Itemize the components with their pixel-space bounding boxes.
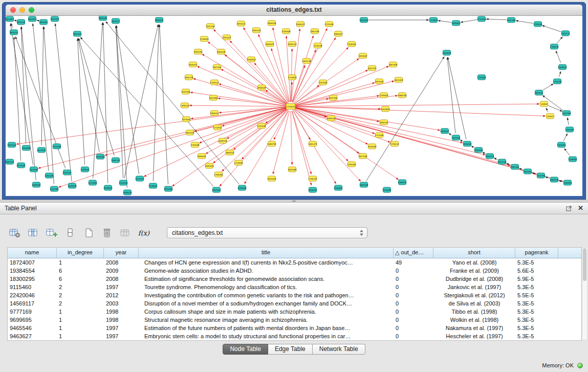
graph-node[interactable]: 1537844 <box>181 89 190 94</box>
graph-node[interactable]: 1853461 <box>523 169 532 174</box>
memory-indicator[interactable] <box>577 363 583 368</box>
graph-node[interactable]: 1932260 <box>193 49 203 54</box>
graph-node[interactable]: 1658720 <box>218 138 227 143</box>
graph-edge[interactable] <box>14 37 21 161</box>
graph-node[interactable]: 1910427 <box>222 35 231 40</box>
graph-edge[interactable] <box>293 28 327 102</box>
graph-node[interactable]: 2068314 <box>398 180 407 185</box>
graph-edge[interactable] <box>295 83 375 105</box>
graph-edge[interactable] <box>41 27 43 145</box>
graph-node[interactable]: 1711852 <box>213 125 222 130</box>
graph-node[interactable]: 1680873 <box>265 41 274 47</box>
graph-edge[interactable] <box>78 38 85 165</box>
graph-node[interactable]: 1880415 <box>225 150 234 155</box>
graph-node[interactable]: 1918402 <box>247 57 256 62</box>
graph-node[interactable]: 1704239 <box>313 43 322 48</box>
graph-node[interactable]: 1841073 <box>308 141 317 146</box>
graph-edge[interactable] <box>37 20 39 20</box>
graph-node[interactable]: 1893021 <box>210 111 219 116</box>
graph-edge[interactable] <box>295 108 375 134</box>
graph-node[interactable]: 2009853 <box>103 185 113 190</box>
graph-node[interactable]: 2164583 <box>96 154 105 159</box>
table-scrollbar[interactable] <box>582 247 587 340</box>
table-select-combo[interactable]: citations_edges.txt <box>167 227 367 238</box>
graph-node[interactable]: 1725384 <box>477 75 486 80</box>
zoom-window-icon[interactable] <box>29 7 34 13</box>
graph-node[interactable]: 1852194 <box>310 29 319 34</box>
graph-node[interactable]: 1691524 <box>252 28 261 33</box>
graph-node[interactable]: 890365 <box>40 19 48 25</box>
graph-node[interactable]: 875124 <box>17 19 25 25</box>
graph-node[interactable]: 1789123 <box>180 103 189 108</box>
graph-edge[interactable] <box>227 108 287 139</box>
graph-edge[interactable] <box>44 27 54 184</box>
graph-node[interactable]: 1652480 <box>288 167 297 172</box>
graph-edge[interactable] <box>557 37 562 43</box>
graph-edge[interactable] <box>293 111 336 184</box>
graph-edge[interactable] <box>294 110 361 182</box>
graph-node[interactable]: 1710284 <box>477 16 486 21</box>
graph-edge[interactable] <box>447 57 455 133</box>
graph-edge[interactable] <box>11 24 13 28</box>
graph-node[interactable]: 1766284 <box>214 172 223 177</box>
graph-node[interactable]: 1834058 <box>474 147 483 152</box>
graph-node[interactable]: 2068341 <box>32 182 41 187</box>
graph-node[interactable]: 1770825 <box>288 75 297 80</box>
graph-edge[interactable] <box>80 37 213 187</box>
graph-node[interactable]: 2016253 <box>62 170 72 175</box>
graph-edge[interactable] <box>189 105 286 106</box>
graph-node[interactable]: 1601423 <box>394 77 403 82</box>
graph-node[interactable]: 2094175 <box>6 159 14 164</box>
graph-edge[interactable] <box>294 85 319 103</box>
function-builder-button[interactable]: f(x) <box>137 227 150 239</box>
graph-node[interactable]: 1609532 <box>558 64 567 70</box>
graph-edge[interactable] <box>295 107 440 130</box>
column-header-year[interactable]: year <box>104 248 139 258</box>
graph-edge[interactable] <box>292 65 305 102</box>
graph-node[interactable]: 920481 <box>6 16 14 21</box>
graph-edge[interactable] <box>448 57 466 139</box>
graph-node[interactable]: 1683792 <box>267 141 276 146</box>
graph-edge[interactable] <box>116 26 123 178</box>
graph-node[interactable]: 1652134 <box>302 58 311 63</box>
new-table-button[interactable] <box>82 227 95 239</box>
graph-node[interactable]: 1726514 <box>390 141 399 146</box>
graph-node[interactable]: 1746192 <box>308 176 317 181</box>
graph-node[interactable]: 1934850 <box>563 180 572 185</box>
graph-node[interactable]: 1987302 <box>510 164 519 169</box>
column-header-title[interactable]: title <box>139 248 394 258</box>
graph-node[interactable]: 1683741 <box>534 90 543 95</box>
graph-node[interactable]: 1801642 <box>375 79 384 84</box>
graph-edge[interactable] <box>221 69 287 104</box>
graph-edge[interactable] <box>21 27 26 143</box>
graph-node[interactable]: 1632174 <box>561 31 570 36</box>
graph-edge[interactable] <box>116 26 139 174</box>
graph-node[interactable]: 2057601 <box>212 187 221 192</box>
graph-edge[interactable] <box>295 66 388 104</box>
graph-node[interactable]: 1873412 <box>236 21 246 26</box>
graph-edge[interactable] <box>219 84 287 105</box>
graph-node[interactable]: 1746308 <box>281 29 291 34</box>
show-columns-button[interactable] <box>27 227 40 239</box>
graph-node[interactable]: 1790264 <box>347 162 356 167</box>
table-row[interactable]: 946554611997Estimation of the future num… <box>8 324 581 332</box>
graph-node[interactable]: 1884730 <box>398 93 407 98</box>
graph-edge[interactable] <box>449 134 452 136</box>
graph-node[interactable]: 1865021 <box>334 31 343 36</box>
graph-edge[interactable] <box>532 173 537 174</box>
graph-edge[interactable] <box>291 111 292 165</box>
graph-node[interactable]: 1208345 <box>568 157 577 162</box>
graph-edge[interactable] <box>274 111 289 140</box>
graph-node[interactable]: 1264058 <box>565 127 574 132</box>
close-window-icon[interactable] <box>10 7 16 13</box>
graph-node[interactable]: 2193048 <box>237 185 247 190</box>
graph-edge[interactable] <box>245 111 289 184</box>
scrollbar-thumb[interactable] <box>583 248 586 281</box>
graph-edge[interactable] <box>153 25 159 181</box>
table-settings-button[interactable] <box>8 227 21 239</box>
graph-node[interactable]: 1610825 <box>381 106 390 112</box>
graph-edge[interactable] <box>230 41 288 103</box>
graph-node[interactable]: 1347260 <box>562 111 571 116</box>
graph-edge[interactable] <box>542 26 561 32</box>
graph-node[interactable]: 1755098 <box>190 142 200 147</box>
